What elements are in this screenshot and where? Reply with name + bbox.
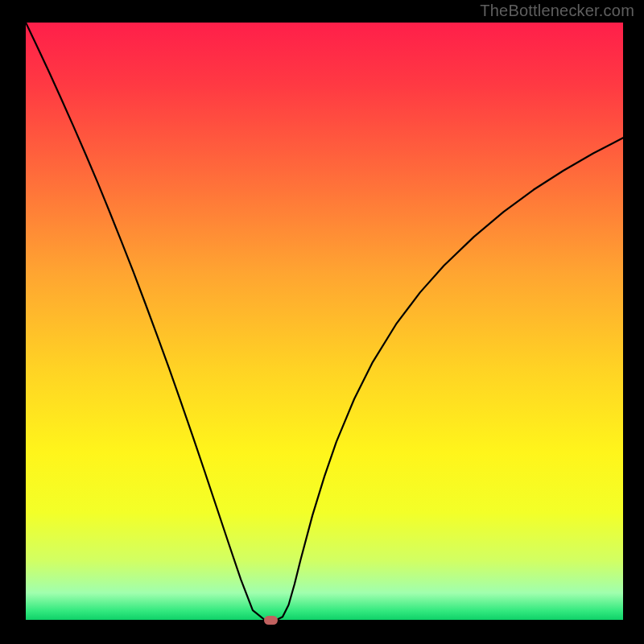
plot-area (26, 23, 623, 620)
chart-stage: TheBottlenecker.com (0, 0, 644, 644)
bottleneck-marker (264, 616, 278, 625)
gradient-background (26, 23, 623, 620)
watermark-text: TheBottlenecker.com (480, 2, 634, 20)
plot-svg (26, 23, 623, 620)
